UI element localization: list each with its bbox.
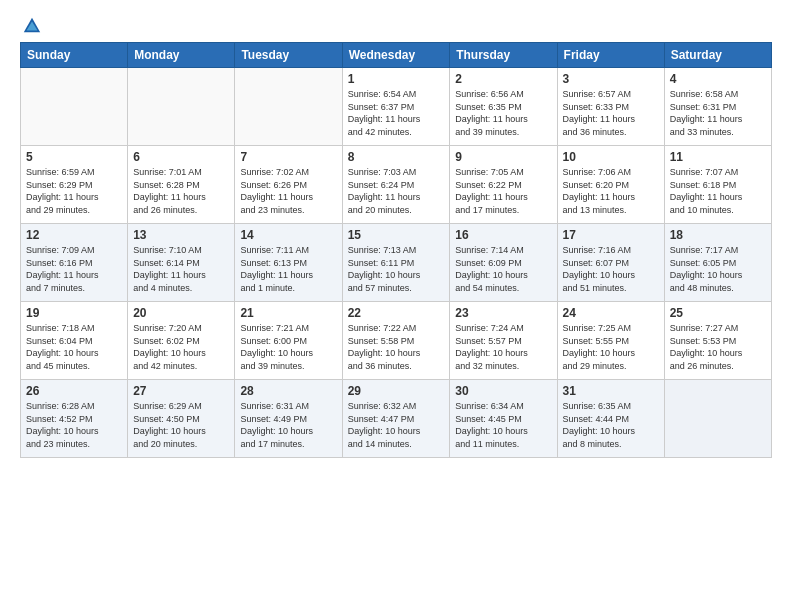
day-info: Sunrise: 6:57 AM Sunset: 6:33 PM Dayligh… <box>563 88 659 138</box>
day-number: 5 <box>26 150 122 164</box>
day-info: Sunrise: 6:31 AM Sunset: 4:49 PM Dayligh… <box>240 400 336 450</box>
day-number: 9 <box>455 150 551 164</box>
day-number: 7 <box>240 150 336 164</box>
day-info: Sunrise: 7:02 AM Sunset: 6:26 PM Dayligh… <box>240 166 336 216</box>
day-info: Sunrise: 7:24 AM Sunset: 5:57 PM Dayligh… <box>455 322 551 372</box>
day-number: 6 <box>133 150 229 164</box>
calendar-cell: 12Sunrise: 7:09 AM Sunset: 6:16 PM Dayli… <box>21 224 128 302</box>
logo <box>20 16 42 32</box>
calendar-cell: 5Sunrise: 6:59 AM Sunset: 6:29 PM Daylig… <box>21 146 128 224</box>
calendar-cell: 2Sunrise: 6:56 AM Sunset: 6:35 PM Daylig… <box>450 68 557 146</box>
page: SundayMondayTuesdayWednesdayThursdayFrid… <box>0 0 792 612</box>
day-header-friday: Friday <box>557 43 664 68</box>
calendar-cell: 10Sunrise: 7:06 AM Sunset: 6:20 PM Dayli… <box>557 146 664 224</box>
calendar-cell: 16Sunrise: 7:14 AM Sunset: 6:09 PM Dayli… <box>450 224 557 302</box>
day-header-sunday: Sunday <box>21 43 128 68</box>
day-number: 8 <box>348 150 445 164</box>
calendar-cell: 26Sunrise: 6:28 AM Sunset: 4:52 PM Dayli… <box>21 380 128 458</box>
calendar-week-row: 12Sunrise: 7:09 AM Sunset: 6:16 PM Dayli… <box>21 224 772 302</box>
calendar-cell: 13Sunrise: 7:10 AM Sunset: 6:14 PM Dayli… <box>128 224 235 302</box>
calendar-cell: 29Sunrise: 6:32 AM Sunset: 4:47 PM Dayli… <box>342 380 450 458</box>
day-info: Sunrise: 7:05 AM Sunset: 6:22 PM Dayligh… <box>455 166 551 216</box>
calendar-cell: 7Sunrise: 7:02 AM Sunset: 6:26 PM Daylig… <box>235 146 342 224</box>
day-number: 16 <box>455 228 551 242</box>
calendar-week-row: 26Sunrise: 6:28 AM Sunset: 4:52 PM Dayli… <box>21 380 772 458</box>
day-info: Sunrise: 7:20 AM Sunset: 6:02 PM Dayligh… <box>133 322 229 372</box>
calendar-cell <box>128 68 235 146</box>
calendar-cell: 27Sunrise: 6:29 AM Sunset: 4:50 PM Dayli… <box>128 380 235 458</box>
day-number: 3 <box>563 72 659 86</box>
calendar-cell: 8Sunrise: 7:03 AM Sunset: 6:24 PM Daylig… <box>342 146 450 224</box>
calendar-cell: 15Sunrise: 7:13 AM Sunset: 6:11 PM Dayli… <box>342 224 450 302</box>
day-number: 28 <box>240 384 336 398</box>
day-number: 31 <box>563 384 659 398</box>
day-info: Sunrise: 6:59 AM Sunset: 6:29 PM Dayligh… <box>26 166 122 216</box>
calendar-cell <box>235 68 342 146</box>
day-number: 22 <box>348 306 445 320</box>
day-number: 19 <box>26 306 122 320</box>
day-info: Sunrise: 7:16 AM Sunset: 6:07 PM Dayligh… <box>563 244 659 294</box>
day-number: 4 <box>670 72 766 86</box>
day-info: Sunrise: 7:09 AM Sunset: 6:16 PM Dayligh… <box>26 244 122 294</box>
day-number: 20 <box>133 306 229 320</box>
day-info: Sunrise: 7:22 AM Sunset: 5:58 PM Dayligh… <box>348 322 445 372</box>
day-info: Sunrise: 7:25 AM Sunset: 5:55 PM Dayligh… <box>563 322 659 372</box>
day-number: 10 <box>563 150 659 164</box>
day-info: Sunrise: 7:07 AM Sunset: 6:18 PM Dayligh… <box>670 166 766 216</box>
day-info: Sunrise: 7:01 AM Sunset: 6:28 PM Dayligh… <box>133 166 229 216</box>
day-info: Sunrise: 7:11 AM Sunset: 6:13 PM Dayligh… <box>240 244 336 294</box>
day-number: 1 <box>348 72 445 86</box>
day-number: 27 <box>133 384 229 398</box>
day-number: 29 <box>348 384 445 398</box>
calendar-cell <box>664 380 771 458</box>
day-info: Sunrise: 7:18 AM Sunset: 6:04 PM Dayligh… <box>26 322 122 372</box>
day-info: Sunrise: 7:14 AM Sunset: 6:09 PM Dayligh… <box>455 244 551 294</box>
day-number: 25 <box>670 306 766 320</box>
day-number: 17 <box>563 228 659 242</box>
day-info: Sunrise: 7:10 AM Sunset: 6:14 PM Dayligh… <box>133 244 229 294</box>
calendar-cell: 31Sunrise: 6:35 AM Sunset: 4:44 PM Dayli… <box>557 380 664 458</box>
calendar-cell: 11Sunrise: 7:07 AM Sunset: 6:18 PM Dayli… <box>664 146 771 224</box>
calendar-header-row: SundayMondayTuesdayWednesdayThursdayFrid… <box>21 43 772 68</box>
day-number: 12 <box>26 228 122 242</box>
day-header-wednesday: Wednesday <box>342 43 450 68</box>
calendar-cell: 4Sunrise: 6:58 AM Sunset: 6:31 PM Daylig… <box>664 68 771 146</box>
day-info: Sunrise: 6:29 AM Sunset: 4:50 PM Dayligh… <box>133 400 229 450</box>
day-number: 2 <box>455 72 551 86</box>
calendar-cell: 17Sunrise: 7:16 AM Sunset: 6:07 PM Dayli… <box>557 224 664 302</box>
calendar-cell: 21Sunrise: 7:21 AM Sunset: 6:00 PM Dayli… <box>235 302 342 380</box>
day-number: 15 <box>348 228 445 242</box>
calendar-cell: 28Sunrise: 6:31 AM Sunset: 4:49 PM Dayli… <box>235 380 342 458</box>
day-number: 21 <box>240 306 336 320</box>
day-number: 24 <box>563 306 659 320</box>
header <box>20 16 772 32</box>
calendar-cell: 9Sunrise: 7:05 AM Sunset: 6:22 PM Daylig… <box>450 146 557 224</box>
calendar-cell: 22Sunrise: 7:22 AM Sunset: 5:58 PM Dayli… <box>342 302 450 380</box>
day-number: 14 <box>240 228 336 242</box>
day-info: Sunrise: 7:06 AM Sunset: 6:20 PM Dayligh… <box>563 166 659 216</box>
day-info: Sunrise: 7:27 AM Sunset: 5:53 PM Dayligh… <box>670 322 766 372</box>
calendar-week-row: 1Sunrise: 6:54 AM Sunset: 6:37 PM Daylig… <box>21 68 772 146</box>
calendar-cell: 1Sunrise: 6:54 AM Sunset: 6:37 PM Daylig… <box>342 68 450 146</box>
calendar-cell: 24Sunrise: 7:25 AM Sunset: 5:55 PM Dayli… <box>557 302 664 380</box>
day-header-tuesday: Tuesday <box>235 43 342 68</box>
calendar-cell: 3Sunrise: 6:57 AM Sunset: 6:33 PM Daylig… <box>557 68 664 146</box>
day-number: 26 <box>26 384 122 398</box>
day-number: 13 <box>133 228 229 242</box>
logo-icon <box>22 16 42 36</box>
day-number: 11 <box>670 150 766 164</box>
calendar-week-row: 19Sunrise: 7:18 AM Sunset: 6:04 PM Dayli… <box>21 302 772 380</box>
day-info: Sunrise: 6:32 AM Sunset: 4:47 PM Dayligh… <box>348 400 445 450</box>
calendar-cell: 19Sunrise: 7:18 AM Sunset: 6:04 PM Dayli… <box>21 302 128 380</box>
day-number: 23 <box>455 306 551 320</box>
calendar-week-row: 5Sunrise: 6:59 AM Sunset: 6:29 PM Daylig… <box>21 146 772 224</box>
day-number: 18 <box>670 228 766 242</box>
day-number: 30 <box>455 384 551 398</box>
day-info: Sunrise: 6:56 AM Sunset: 6:35 PM Dayligh… <box>455 88 551 138</box>
day-info: Sunrise: 7:03 AM Sunset: 6:24 PM Dayligh… <box>348 166 445 216</box>
day-info: Sunrise: 6:35 AM Sunset: 4:44 PM Dayligh… <box>563 400 659 450</box>
day-info: Sunrise: 6:34 AM Sunset: 4:45 PM Dayligh… <box>455 400 551 450</box>
calendar-cell: 18Sunrise: 7:17 AM Sunset: 6:05 PM Dayli… <box>664 224 771 302</box>
calendar-cell: 20Sunrise: 7:20 AM Sunset: 6:02 PM Dayli… <box>128 302 235 380</box>
calendar-cell: 6Sunrise: 7:01 AM Sunset: 6:28 PM Daylig… <box>128 146 235 224</box>
